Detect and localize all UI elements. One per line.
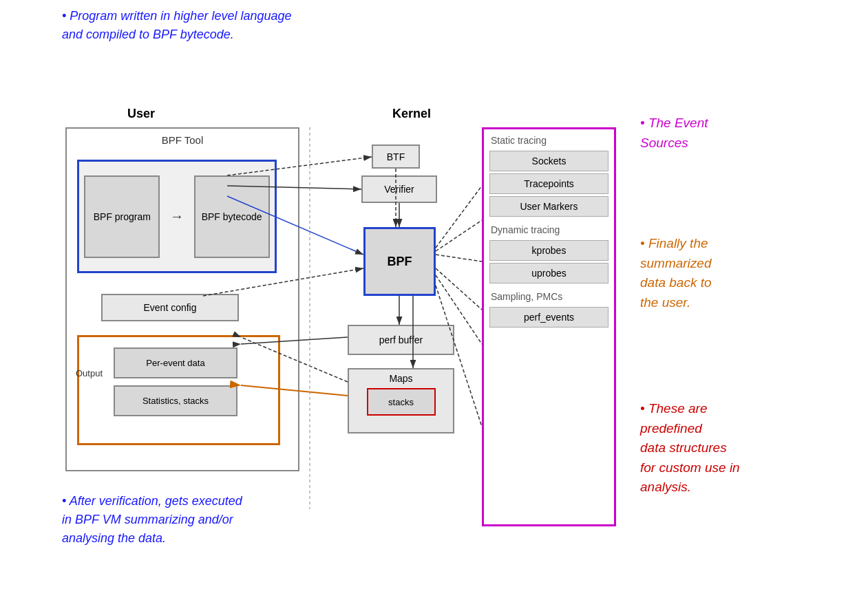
sampling-pmc-label: Sampling, PMCs [484,286,614,305]
sockets-item: Sockets [489,151,608,171]
bpf-bytecode-inner: BPF bytecode [194,175,270,258]
stacks-box: stacks [367,388,436,416]
top-note: • Program written in higher level langua… [62,7,447,44]
static-tracing-label: Static tracing [484,129,614,149]
tracepoints-item: Tracepoints [489,173,608,194]
output-box: Output Per-event data Statistics, stacks [77,335,280,445]
event-config-label: Event config [143,302,196,313]
event-config-box: Event config [101,294,239,321]
user-markers-item: User Markers [489,196,608,217]
stacks-label: stacks [388,397,414,407]
perf-events-item: perf_events [489,307,608,328]
bpf-program-box: BPF program → BPF bytecode [77,160,277,273]
kprobes-item: kprobes [489,240,608,261]
bpf-center-label: BPF [388,255,412,269]
pink-note: • The Event Sources [640,114,840,153]
svg-line-15 [436,186,482,248]
perf-buffer-label: perf buffer [379,334,423,345]
statistics-stacks-box: Statistics, stacks [114,385,237,416]
verifier-label: Verifier [384,184,414,195]
dynamic-tracing-label: Dynamic tracing [484,219,614,238]
bpf-tool-label: BPF Tool [162,134,204,146]
statistics-stacks-label: Statistics, stacks [142,396,209,406]
bpf-center-box: BPF [363,227,436,296]
svg-line-16 [436,220,482,251]
user-label: User [127,107,155,121]
orange-note-text: • Finally the summarized data back to th… [640,234,840,312]
btf-label: BTF [387,151,405,162]
orange-note: • Finally the summarized data back to th… [640,234,840,312]
maps-box: Maps stacks [348,368,454,433]
event-sources-box: Static tracing Sockets Tracepoints User … [482,127,616,526]
top-note-text: • Program written in higher level langua… [62,7,447,44]
red-note: • These are predefined data structures f… [640,399,840,497]
bpf-program-inner: BPF program [84,175,160,258]
per-event-data-label: Per-event data [146,358,204,368]
per-event-data-box: Per-event data [114,347,237,378]
uprobes-item: uprobes [489,263,608,283]
bottom-note: • After verification, gets executed in B… [62,492,461,548]
svg-line-18 [436,268,482,310]
arrow-right-icon: → [170,208,184,224]
bpf-tool-box: BPF Tool BPF program → BPF bytecode Even… [65,127,299,471]
btf-box: BTF [372,144,420,169]
verifier-box: Verifier [361,175,437,203]
perf-buffer-box: perf buffer [348,325,454,355]
bottom-note-text: • After verification, gets executed in B… [62,492,461,548]
red-note-text: • These are predefined data structures f… [640,399,840,497]
pink-note-text: • The Event Sources [640,114,840,153]
kernel-label: Kernel [392,107,431,121]
svg-line-17 [436,255,482,261]
maps-label: Maps [389,373,412,384]
output-label: Output [76,368,103,378]
